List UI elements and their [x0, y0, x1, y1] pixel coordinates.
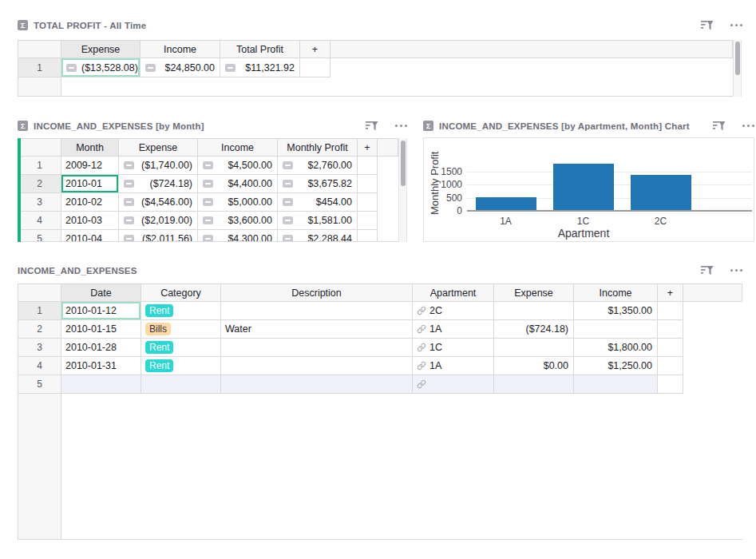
income-cell[interactable]: $4,300.00: [198, 230, 278, 242]
expense-cell[interactable]: ($2,011.56): [119, 230, 198, 242]
category-cell[interactable]: Rent: [141, 302, 221, 320]
income-cell[interactable]: $1,800.00: [574, 339, 658, 357]
col-header-expense[interactable]: Expense: [119, 138, 198, 157]
row-number[interactable]: 3: [18, 193, 61, 212]
income-cell[interactable]: $5,000.00: [198, 193, 278, 212]
col-header-apartment[interactable]: Apartment: [413, 283, 494, 302]
col-header-date[interactable]: Date: [61, 283, 141, 302]
total-profit-cell[interactable]: $11,321.92: [220, 58, 300, 77]
corner-header[interactable]: [18, 40, 61, 58]
income-cell[interactable]: $24,850.00: [141, 58, 220, 77]
category-cell[interactable]: Rent: [141, 357, 221, 375]
col-header-income[interactable]: Income: [574, 283, 658, 302]
empty-cell[interactable]: [658, 302, 683, 320]
expense-cell[interactable]: ($4,546.00): [119, 193, 198, 212]
sort-filter-icon[interactable]: [701, 20, 714, 30]
date-cell[interactable]: 2010-01-28: [61, 339, 141, 357]
expense-cell[interactable]: ($13,528.08): [61, 58, 141, 77]
add-column-button[interactable]: +: [358, 138, 378, 157]
monthly-profit-cell[interactable]: $3,675.82: [278, 175, 358, 193]
monthly-profit-cell[interactable]: $2,288.44: [278, 230, 358, 242]
empty-cell[interactable]: [358, 230, 378, 242]
month-cell[interactable]: 2010-03: [61, 212, 119, 230]
more-menu-icon[interactable]: [395, 125, 407, 127]
empty-cell[interactable]: [658, 339, 683, 357]
add-column-button[interactable]: +: [658, 283, 683, 302]
new-row-income-cell[interactable]: [574, 375, 658, 394]
expense-cell[interactable]: [494, 302, 574, 320]
row-number[interactable]: 5: [18, 230, 61, 242]
empty-cell[interactable]: [658, 357, 683, 375]
description-cell[interactable]: [221, 357, 413, 375]
corner-header[interactable]: [18, 283, 61, 302]
description-cell[interactable]: [221, 302, 413, 320]
sort-filter-icon[interactable]: [701, 265, 714, 276]
add-column-button[interactable]: +: [300, 40, 331, 58]
col-header-monthly-profit[interactable]: Monthly Profit: [278, 138, 358, 157]
corner-header[interactable]: [18, 138, 61, 157]
empty-cell[interactable]: [358, 157, 378, 175]
more-menu-icon[interactable]: [742, 125, 754, 127]
row-number[interactable]: 1: [18, 58, 61, 77]
sort-filter-icon[interactable]: [366, 121, 378, 131]
month-cell[interactable]: 2010-04: [61, 230, 119, 242]
description-cell[interactable]: Water: [221, 320, 413, 339]
row-number[interactable]: 4: [18, 212, 61, 230]
date-cell[interactable]: 2010-01-15: [61, 320, 141, 339]
income-cell[interactable]: $1,350.00: [574, 302, 658, 320]
monthly-profit-cell[interactable]: $454.00: [278, 193, 358, 212]
category-cell[interactable]: Bills: [141, 320, 221, 339]
more-menu-icon[interactable]: [730, 24, 742, 26]
empty-cell[interactable]: [358, 175, 378, 193]
row-number[interactable]: 4: [18, 357, 61, 375]
row-number[interactable]: 2: [18, 320, 61, 339]
empty-cell[interactable]: [300, 58, 331, 77]
income-cell[interactable]: $1,250.00: [574, 357, 658, 375]
col-header-income[interactable]: Income: [141, 40, 220, 58]
col-header-income[interactable]: Income: [198, 138, 278, 157]
expense-cell[interactable]: ($724.18): [119, 175, 198, 193]
row-number[interactable]: 5: [18, 375, 61, 394]
expense-cell[interactable]: ($724.18): [494, 320, 574, 339]
apartment-cell[interactable]: 1C: [413, 339, 494, 357]
new-row-apartment-cell[interactable]: [413, 375, 494, 394]
category-cell[interactable]: Rent: [141, 339, 221, 357]
empty-cell[interactable]: [658, 375, 683, 394]
new-row-category-cell[interactable]: [141, 375, 221, 394]
col-header-description[interactable]: Description: [221, 283, 413, 302]
month-cell[interactable]: 2010-02: [61, 193, 119, 212]
col-header-month[interactable]: Month: [61, 138, 119, 157]
date-cell-cursor[interactable]: 2010-01-12: [61, 302, 141, 320]
income-cell[interactable]: $3,600.00: [198, 212, 278, 230]
row-number[interactable]: 1: [18, 302, 61, 320]
new-row-date-cell[interactable]: [61, 375, 141, 394]
income-cell[interactable]: $4,400.00: [198, 175, 278, 193]
date-cell[interactable]: 2010-01-31: [61, 357, 141, 375]
col-header-total-profit[interactable]: Total Profit: [220, 40, 300, 58]
apartment-cell[interactable]: 2C: [413, 302, 494, 320]
income-cell[interactable]: $4,500.00: [198, 157, 278, 175]
expense-cell[interactable]: ($1,740.00): [119, 157, 198, 175]
new-row-expense-cell[interactable]: [494, 375, 574, 394]
monthly-profit-cell[interactable]: $2,760.00: [278, 157, 358, 175]
income-cell[interactable]: [574, 320, 658, 339]
expense-cell[interactable]: [494, 339, 574, 357]
more-menu-icon[interactable]: [730, 269, 742, 272]
sort-filter-icon[interactable]: [713, 121, 726, 131]
row-number[interactable]: 1: [18, 157, 61, 175]
row-number[interactable]: 2: [18, 175, 61, 193]
expense-cell[interactable]: $0.00: [494, 357, 574, 375]
month-cell[interactable]: 2009-12: [61, 157, 119, 175]
description-cell[interactable]: [221, 339, 413, 357]
new-row-description-cell[interactable]: [221, 375, 413, 394]
col-header-expense[interactable]: Expense: [61, 40, 141, 58]
col-header-expense[interactable]: Expense: [494, 283, 574, 302]
scrollbar-thumb[interactable]: [401, 141, 406, 186]
row-number[interactable]: 3: [18, 339, 61, 357]
expense-cell[interactable]: ($2,019.00): [119, 212, 198, 230]
scrollbar-thumb[interactable]: [735, 42, 740, 75]
empty-cell[interactable]: [658, 320, 683, 339]
empty-cell[interactable]: [358, 212, 378, 230]
col-header-category[interactable]: Category: [141, 283, 221, 302]
month-cell-cursor[interactable]: 2010-01: [61, 175, 119, 193]
